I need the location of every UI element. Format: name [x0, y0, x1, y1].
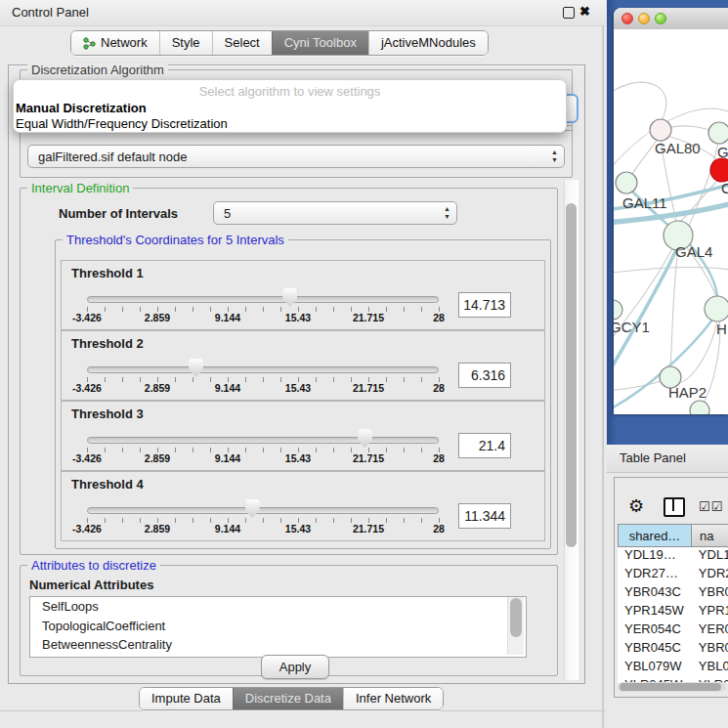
table-cell[interactable]: YDL19…	[618, 547, 693, 566]
table-row[interactable]: YDL19…YDL1	[618, 547, 728, 566]
table-row[interactable]: YBR043CYBR0	[618, 584, 728, 603]
table-cell[interactable]: YPR145W	[618, 603, 693, 621]
network-window[interactable]: GAL80 GA C GAL11 GAL4 GCY1 H HAP2	[614, 8, 728, 414]
slider-ticks	[87, 307, 440, 312]
panel-vertical-scrollbar[interactable]	[564, 180, 578, 680]
table-header-row: shared… na	[618, 524, 728, 547]
float-window-icon[interactable]	[563, 7, 575, 19]
scrollbar-thumb[interactable]	[620, 683, 721, 691]
table-row[interactable]: YBR045CYBR0	[618, 640, 728, 659]
tab-jactivemodules[interactable]: jActiveMNodules	[368, 31, 488, 55]
table-cell[interactable]: YBR045C	[618, 640, 693, 659]
table-cell[interactable]: YDR27…	[618, 566, 693, 584]
network-node[interactable]	[705, 296, 728, 321]
tab-label: Infer Network	[356, 688, 431, 709]
table-cell[interactable]: YDL1	[693, 547, 728, 566]
table-cell[interactable]: YBR043C	[618, 584, 693, 603]
minimize-traffic-light-icon[interactable]	[638, 13, 650, 24]
tick-label: 28	[433, 312, 445, 323]
zoom-traffic-light-icon[interactable]	[655, 13, 666, 24]
table-row[interactable]: YER054CYER0	[618, 621, 728, 640]
table-cell[interactable]: YBR0	[693, 640, 728, 659]
list-item[interactable]: SelfLoops	[30, 597, 526, 617]
tick-label: 15.43	[285, 382, 311, 394]
numerical-attributes-list[interactable]: SelfLoops TopologicalCoefficient Between…	[29, 596, 527, 658]
dropdown-item-manual[interactable]: Manual Discretization	[16, 101, 147, 115]
tick-label: 28	[433, 523, 445, 535]
control-panel-titlebar: Control Panel ✖	[0, 0, 606, 26]
node-label-gal11: GAL11	[622, 194, 667, 211]
network-node[interactable]	[614, 300, 622, 320]
slider-track[interactable]	[87, 366, 439, 373]
tick-label: 21.715	[353, 452, 384, 464]
network-node-selected[interactable]	[710, 158, 728, 182]
slider-thumb[interactable]	[245, 499, 260, 518]
slider-track[interactable]	[87, 296, 439, 303]
slider-thumb[interactable]	[189, 359, 203, 377]
gear-icon[interactable]: ⚙	[628, 495, 644, 517]
network-canvas[interactable]: GAL80 GA C GAL11 GAL4 GCY1 H HAP2	[614, 29, 728, 414]
tab-select[interactable]: Select	[212, 31, 272, 55]
select-columns-icon[interactable]: ☑☑	[699, 499, 723, 514]
node-label-gal80: GAL80	[655, 140, 701, 156]
table-cell[interactable]: YER0	[693, 621, 728, 640]
table-cell[interactable]: YBL0	[693, 659, 728, 677]
apply-button[interactable]: Apply	[261, 655, 329, 679]
table-cell[interactable]: YBR0	[693, 584, 728, 603]
network-node[interactable]	[650, 119, 671, 141]
slider-thumb[interactable]	[358, 429, 372, 448]
threshold-value-input[interactable]: 21.4	[458, 433, 511, 458]
panel-right-divider[interactable]	[602, 25, 604, 728]
bottom-tab-bar: Impute Data Discretize Data Infer Networ…	[139, 687, 444, 710]
table-cell[interactable]: YER054C	[618, 621, 693, 640]
columns-icon[interactable]	[664, 497, 685, 517]
slider-ticks	[87, 377, 440, 382]
column-header-shared-name[interactable]: shared…	[618, 524, 692, 547]
scrollbar-thumb[interactable]	[510, 598, 522, 637]
tab-infer-network[interactable]: Infer Network	[343, 688, 443, 709]
list-item[interactable]: TopologicalCoefficient	[30, 617, 526, 636]
slider-track[interactable]	[87, 507, 439, 514]
algorithm-dropdown-popup: Select algorithm to view settings Manual…	[13, 79, 567, 133]
network-node[interactable]	[708, 122, 728, 144]
table-row[interactable]: YBL079WYBL0	[618, 659, 728, 677]
network-node[interactable]	[690, 401, 709, 414]
slider-track[interactable]	[87, 437, 439, 444]
table-data-combobox[interactable]: galFiltered.sif default node ▲▼	[27, 145, 565, 168]
group-title: Threshold's Coordinates for 5 Intervals	[63, 233, 288, 247]
node-label-clipped-h: H	[716, 321, 727, 337]
network-node[interactable]	[616, 172, 637, 193]
table-body: YDL19…YDL1 YDR27…YDR2 YBR043CYBR0 YPR145…	[618, 547, 728, 683]
threshold-value-input[interactable]: 14.713	[458, 292, 511, 318]
table-row[interactable]: YDR27…YDR2	[618, 566, 728, 584]
tab-impute-data[interactable]: Impute Data	[140, 688, 233, 709]
dropdown-item-equal-width[interactable]: Equal Width/Frequency Discretization	[16, 116, 228, 131]
table-horizontal-scrollbar[interactable]	[618, 682, 726, 692]
slider-thumb[interactable]	[282, 288, 297, 307]
num-intervals-combobox[interactable]: 5 ▲▼	[213, 201, 457, 225]
table-panel-title: Table Panel	[620, 450, 686, 465]
tab-style[interactable]: Style	[159, 31, 212, 55]
table-cell[interactable]: YPR1	[693, 603, 728, 621]
tab-cyni-toolbox[interactable]: Cyni Toolbox	[272, 31, 368, 55]
tab-discretize-data[interactable]: Discretize Data	[233, 688, 343, 709]
threshold-value-input[interactable]: 11.344	[458, 503, 511, 529]
threshold-label: Threshold 2	[71, 336, 144, 351]
list-vertical-scrollbar[interactable]	[507, 597, 524, 655]
close-icon[interactable]: ✖	[579, 4, 590, 19]
threshold-value-input[interactable]: 6.316	[458, 363, 511, 388]
num-intervals-label: Number of Intervals	[59, 206, 178, 221]
close-traffic-light-icon[interactable]	[621, 13, 633, 24]
panel-divider	[0, 710, 606, 711]
table-row[interactable]: YPR145WYPR1	[618, 603, 728, 621]
table-cell[interactable]: YBL079W	[618, 659, 693, 677]
column-header-name[interactable]: na	[692, 524, 728, 547]
table-cell[interactable]: YDR2	[693, 566, 728, 584]
list-item[interactable]: BetweennessCentrality	[30, 635, 526, 655]
scrollbar-thumb[interactable]	[566, 203, 577, 547]
tab-network[interactable]: Network	[71, 31, 159, 55]
network-window-titlebar[interactable]	[614, 8, 728, 30]
tab-label: Cyni Toolbox	[284, 31, 357, 55]
tab-label: Discretize Data	[245, 688, 331, 709]
threshold-label: Threshold 3	[71, 407, 144, 421]
